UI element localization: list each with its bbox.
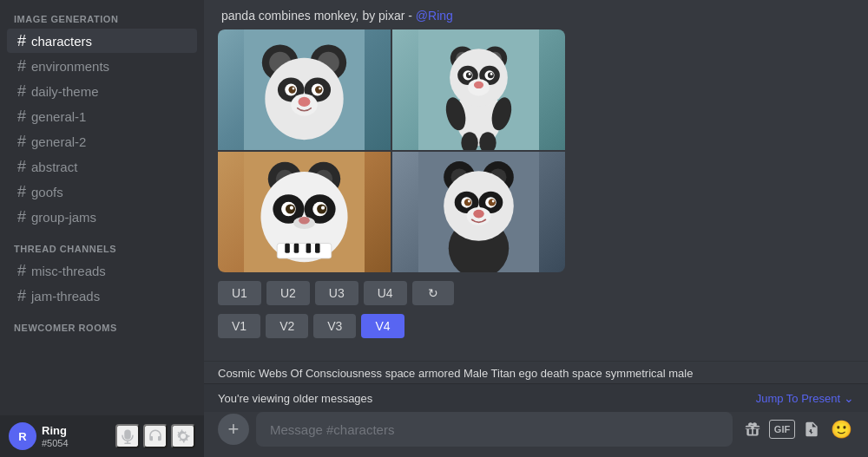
sidebar-item-environments[interactable]: # environments	[7, 54, 197, 78]
message-input-bar: + GIF 🙂	[204, 412, 868, 457]
upscale-1-button[interactable]: U1	[218, 281, 261, 305]
sidebar-item-misc-threads[interactable]: # misc-threads	[7, 258, 197, 283]
section-label-thread-channels: THREAD CHANNELS	[0, 230, 204, 258]
avatar: R	[9, 422, 36, 450]
refresh-button[interactable]: ↻	[412, 281, 454, 305]
channel-label: environments	[31, 59, 109, 74]
sidebar: IMAGE GENERATION # characters # environm…	[0, 0, 204, 457]
svg-rect-55	[294, 244, 299, 253]
variation-1-button[interactable]: V1	[218, 314, 260, 338]
channel-label: abstract	[31, 160, 77, 174]
hash-icon: #	[17, 58, 26, 74]
mute-button[interactable]	[115, 424, 140, 448]
image-grid	[218, 29, 565, 272]
username: Ring	[42, 424, 110, 438]
svg-point-10	[288, 86, 295, 93]
section-label-newcomer-rooms: NEWCOMER ROOMS	[0, 309, 204, 336]
notification-bar: You're viewing older messages Jump To Pr…	[204, 383, 868, 412]
message-input[interactable]	[256, 412, 733, 447]
svg-point-49	[290, 206, 293, 210]
svg-rect-57	[315, 244, 320, 253]
message-container: panda combines monkey, by pixar - @Ring	[218, 9, 854, 338]
gif-icon[interactable]: GIF	[769, 420, 795, 439]
sidebar-scroll: IMAGE GENERATION # characters # environm…	[0, 0, 204, 415]
gift-icon[interactable]	[740, 416, 766, 442]
hash-icon: #	[17, 209, 26, 225]
channel-label: jam-threads	[31, 289, 100, 304]
svg-point-72	[468, 200, 470, 203]
hash-icon: #	[17, 263, 26, 278]
message-header: panda combines monkey, by pixar - @Ring	[218, 9, 854, 23]
chevron-down-icon: ⌄	[844, 391, 854, 405]
svg-point-75	[473, 210, 484, 219]
variation-3-button[interactable]: V3	[313, 314, 356, 338]
bottom-icons	[115, 424, 195, 448]
svg-point-15	[299, 97, 311, 107]
sidebar-item-characters[interactable]: # characters	[7, 29, 197, 53]
mention-tag: @Ring	[416, 9, 453, 23]
svg-point-13	[319, 88, 321, 90]
svg-point-12	[293, 88, 295, 90]
channel-label: characters	[31, 34, 92, 49]
input-icons: GIF 🙂	[740, 416, 854, 442]
channel-label: group-jams	[31, 210, 96, 225]
upscale-2-button[interactable]: U2	[266, 281, 310, 305]
upscale-4-button[interactable]: U4	[364, 281, 407, 305]
sidebar-item-jam-threads[interactable]: # jam-threads	[7, 284, 197, 308]
variation-4-button[interactable]: V4	[361, 314, 404, 338]
grid-cell-tr	[392, 29, 565, 150]
sidebar-item-general-1[interactable]: # general-1	[7, 104, 197, 128]
channel-label: daily-theme	[31, 84, 99, 99]
user-panel: R Ring #5054	[0, 415, 204, 457]
upscale-buttons: U1 U2 U3 U4 ↻	[218, 281, 854, 305]
svg-point-33	[469, 73, 471, 75]
cosmic-bar: Cosmic Webs Of Consciousness space armor…	[204, 361, 868, 383]
sidebar-item-group-jams[interactable]: # group-jams	[7, 205, 197, 229]
svg-point-71	[489, 199, 496, 206]
upload-icon[interactable]	[799, 416, 825, 442]
hash-icon: #	[17, 159, 26, 174]
hash-icon: #	[17, 134, 26, 149]
hash-icon: #	[17, 184, 26, 199]
sidebar-item-goofs[interactable]: # goofs	[7, 180, 197, 204]
svg-point-52	[299, 217, 310, 224]
notification-text: You're viewing older messages	[218, 392, 372, 405]
emoji-icon[interactable]: 🙂	[828, 416, 854, 442]
channel-label: misc-threads	[31, 264, 106, 278]
channel-label: general-1	[31, 109, 86, 124]
channel-label: goofs	[31, 185, 63, 199]
plus-icon: +	[228, 418, 240, 441]
svg-point-50	[321, 206, 325, 210]
variation-2-button[interactable]: V2	[266, 314, 308, 338]
upscale-3-button[interactable]: U3	[315, 281, 358, 305]
svg-point-36	[474, 82, 483, 88]
sidebar-item-general-2[interactable]: # general-2	[7, 129, 197, 153]
jump-label: Jump To Present	[756, 392, 840, 405]
hash-icon: #	[17, 33, 26, 49]
chat-area: panda combines monkey, by pixar - @Ring	[204, 0, 868, 361]
sidebar-item-abstract[interactable]: # abstract	[7, 154, 197, 179]
svg-point-11	[315, 86, 322, 93]
channel-label: general-2	[31, 134, 86, 149]
cosmic-text: Cosmic Webs Of Consciousness space armor…	[218, 367, 854, 380]
svg-point-73	[492, 200, 495, 203]
grid-cell-tl	[218, 29, 391, 150]
hash-icon: #	[17, 83, 26, 99]
sidebar-item-daily-theme[interactable]: # daily-theme	[7, 79, 197, 103]
svg-point-70	[464, 199, 471, 206]
grid-cell-br	[392, 152, 565, 272]
add-attachment-button[interactable]: +	[218, 414, 249, 445]
svg-point-34	[490, 73, 493, 75]
settings-button[interactable]	[171, 424, 195, 448]
jump-to-present-button[interactable]: Jump To Present ⌄	[756, 391, 854, 405]
user-discriminator: #5054	[42, 438, 110, 448]
svg-rect-54	[285, 244, 290, 253]
section-label-image-gen: IMAGE GENERATION	[0, 0, 204, 28]
main-content: panda combines monkey, by pixar - @Ring	[204, 0, 868, 457]
hash-icon: #	[17, 288, 26, 304]
variation-buttons: V1 V2 V3 V4	[218, 314, 854, 338]
hash-icon: #	[17, 108, 26, 124]
headphones-button[interactable]	[143, 424, 168, 448]
grid-cell-bl	[218, 152, 391, 272]
user-info: Ring #5054	[42, 424, 110, 448]
